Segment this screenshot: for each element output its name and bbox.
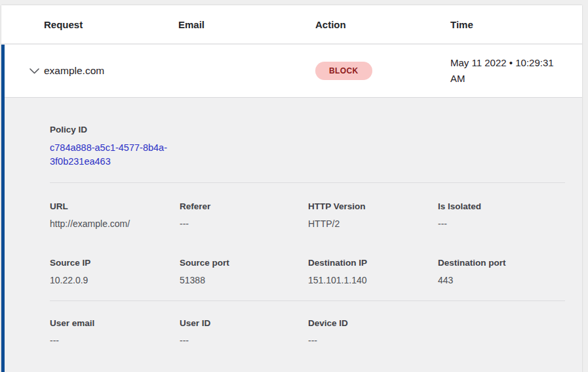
field-source-ip: Source IP 10.22.0.9 bbox=[50, 258, 180, 285]
policy-id-link[interactable]: c784a888-a5c1-4577-8b4a-3f0b231ea463 bbox=[50, 141, 181, 169]
gateway-logs-page: Request Email Action Time example.com bbox=[0, 5, 588, 372]
field-value: HTTP/2 bbox=[308, 218, 438, 229]
field-value: --- bbox=[438, 218, 569, 229]
column-header-request: Request bbox=[44, 19, 178, 30]
expanded-log-entry: example.com BLOCK May 11 2022 • 10:29:31… bbox=[1, 45, 582, 372]
request-domain: example.com bbox=[44, 65, 104, 76]
field-value: 151.101.1.140 bbox=[308, 275, 438, 285]
selected-row-accent-bar bbox=[1, 45, 5, 372]
field-device-id: Device ID --- bbox=[308, 318, 438, 346]
field-label: User email bbox=[50, 318, 180, 328]
field-value: 10.22.0.9 bbox=[50, 275, 180, 285]
log-table-card: Request Email Action Time example.com bbox=[1, 5, 582, 372]
details-row-http: URL http://example.com/ Referer --- HTTP… bbox=[1, 201, 582, 229]
table-row[interactable]: example.com BLOCK May 11 2022 • 10:29:31… bbox=[1, 45, 582, 97]
policy-id-section: Policy ID c784a888-a5c1-4577-8b4a-3f0b23… bbox=[1, 97, 582, 169]
field-label: Destination port bbox=[438, 258, 569, 268]
action-block-badge: BLOCK bbox=[315, 62, 372, 80]
policy-id-label: Policy ID bbox=[50, 125, 565, 134]
section-divider bbox=[50, 182, 565, 183]
field-value: --- bbox=[308, 335, 438, 346]
field-url: URL http://example.com/ bbox=[50, 201, 180, 229]
field-empty bbox=[438, 318, 569, 346]
log-details-panel: Policy ID c784a888-a5c1-4577-8b4a-3f0b23… bbox=[1, 97, 582, 372]
field-source-port: Source port 51388 bbox=[180, 258, 308, 285]
field-label: Source IP bbox=[50, 258, 180, 268]
details-row-user: User email --- User ID --- Device ID --- bbox=[1, 318, 582, 346]
field-value: --- bbox=[50, 335, 180, 346]
field-value: --- bbox=[180, 218, 308, 229]
field-destination-port: Destination port 443 bbox=[438, 258, 569, 285]
field-label: Referer bbox=[180, 201, 308, 211]
field-destination-ip: Destination IP 151.101.1.140 bbox=[308, 258, 438, 285]
column-header-time: Time bbox=[450, 19, 582, 30]
table-header: Request Email Action Time bbox=[1, 5, 582, 45]
field-label: Destination IP bbox=[308, 258, 438, 268]
field-value: http://example.com/ bbox=[50, 218, 180, 229]
time-cell: May 11 2022 • 10:29:31 AM bbox=[450, 55, 582, 87]
column-header-email: Email bbox=[178, 19, 315, 30]
field-value: 443 bbox=[438, 275, 569, 285]
field-label: Device ID bbox=[308, 318, 438, 328]
field-label: HTTP Version bbox=[308, 201, 438, 211]
request-cell: example.com bbox=[44, 65, 178, 77]
section-divider bbox=[50, 300, 565, 301]
field-value: --- bbox=[180, 335, 308, 346]
field-value: 51388 bbox=[180, 275, 308, 285]
field-label: Is Isolated bbox=[438, 201, 569, 211]
chevron-down-icon bbox=[29, 68, 39, 74]
field-label: URL bbox=[50, 201, 180, 211]
field-is-isolated: Is Isolated --- bbox=[438, 201, 569, 229]
field-label: Source port bbox=[180, 258, 308, 268]
column-header-action: Action bbox=[315, 19, 450, 30]
field-user-email: User email --- bbox=[50, 318, 180, 346]
field-label: User ID bbox=[180, 318, 308, 328]
field-referer: Referer --- bbox=[180, 201, 308, 229]
field-http-version: HTTP Version HTTP/2 bbox=[308, 201, 438, 229]
details-row-network: Source IP 10.22.0.9 Source port 51388 De… bbox=[1, 258, 582, 285]
field-user-id: User ID --- bbox=[180, 318, 308, 346]
action-cell: BLOCK bbox=[315, 62, 450, 80]
collapse-row-button[interactable] bbox=[26, 63, 42, 79]
